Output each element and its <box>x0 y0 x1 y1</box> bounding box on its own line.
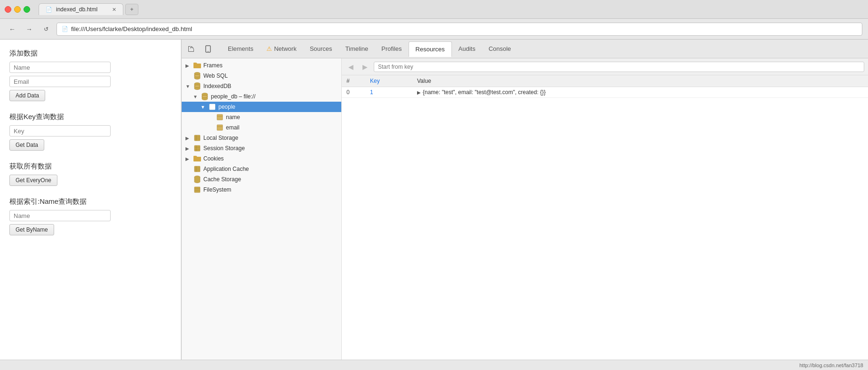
get-by-name-section: 根据索引:Name查询数据 Get ByName <box>9 197 171 235</box>
tree-label: Cache Storage <box>203 176 338 183</box>
title-bar: 📄 indexed_db.html ✕ + <box>0 0 868 19</box>
tree-label: name <box>226 114 338 121</box>
tree-item-indexeddb[interactable]: ▼ IndexedDB <box>182 81 341 91</box>
tree-item-email-index[interactable]: email <box>182 122 341 133</box>
devtools-body: ▶ Frames Web SQL <box>182 58 868 360</box>
maximize-button[interactable] <box>24 6 30 13</box>
get-everyone-button[interactable]: Get EveryOne <box>9 175 57 186</box>
svg-rect-16 <box>194 135 200 141</box>
column-header-key: Key <box>365 75 412 87</box>
tree-label: FileSystem <box>203 186 338 193</box>
tab-sources[interactable]: Sources <box>303 41 339 56</box>
tab-bar: 📄 indexed_db.html ✕ + <box>39 3 863 15</box>
svg-point-7 <box>202 96 208 98</box>
tree-item-people[interactable]: ▼ people <box>182 102 341 112</box>
get-by-name-title: 根据索引:Name查询数据 <box>9 197 171 206</box>
tab-resources[interactable]: Resources <box>409 41 452 57</box>
index-icon <box>216 124 224 131</box>
tab-audits[interactable]: Audits <box>452 41 482 56</box>
name-search-input[interactable] <box>9 210 111 221</box>
get-data-button[interactable]: Get Data <box>9 139 44 151</box>
db-icon <box>193 82 201 90</box>
tab-console[interactable]: Console <box>482 41 518 56</box>
forward-toolbar-button[interactable]: ▶ <box>360 62 370 72</box>
data-toolbar: ◀ ▶ <box>342 58 868 75</box>
tree-label: Local Storage <box>203 135 338 141</box>
tree-item-cache-storage[interactable]: Cache Storage <box>182 174 341 185</box>
start-from-key-input[interactable] <box>374 62 864 72</box>
table-icon <box>208 103 217 111</box>
main-area: 添加数据 Add Data 根据Key查询数据 Get Data 获取所有数据 … <box>0 40 868 360</box>
arrow-icon <box>185 187 193 193</box>
tree-item-cookies[interactable]: ▶ Cookies <box>182 153 341 164</box>
back-button[interactable]: ← <box>6 23 19 36</box>
db-icon <box>193 145 201 152</box>
tab-close-button[interactable]: ✕ <box>112 7 116 13</box>
tree-item-websql[interactable]: Web SQL <box>182 71 341 81</box>
tree-item-application-cache[interactable]: Application Cache <box>182 164 341 174</box>
svg-rect-14 <box>217 125 223 130</box>
minimize-button[interactable] <box>14 6 21 13</box>
svg-point-3 <box>194 75 200 77</box>
svg-point-5 <box>194 85 200 88</box>
mobile-icon[interactable] <box>202 43 214 55</box>
sidebar-tree: ▶ Frames Web SQL <box>182 58 342 360</box>
tree-item-session-storage[interactable]: ▶ Session Storage <box>182 143 341 153</box>
folder-icon <box>193 62 201 69</box>
tree-label: email <box>226 124 338 131</box>
get-by-name-button[interactable]: Get ByName <box>9 224 54 235</box>
add-data-section: 添加数据 Add Data <box>9 49 171 101</box>
db-icon <box>193 165 201 173</box>
browser-window: 📄 indexed_db.html ✕ + ← → ↺ 📄 file:///Us… <box>0 0 868 370</box>
add-data-title: 添加数据 <box>9 49 171 58</box>
tree-item-filesystem[interactable]: FileSystem <box>182 185 341 195</box>
column-header-value: Value <box>412 75 868 87</box>
tree-label: Cookies <box>203 155 338 162</box>
back-toolbar-button[interactable]: ◀ <box>346 62 356 72</box>
arrow-icon: ▶ <box>185 63 193 68</box>
tab-timeline[interactable]: Timeline <box>339 41 375 56</box>
name-input[interactable] <box>9 62 111 73</box>
tab-page-icon: 📄 <box>46 7 52 13</box>
new-tab-button[interactable]: + <box>125 4 138 15</box>
arrow-icon <box>185 167 193 172</box>
column-header-num: # <box>342 75 365 87</box>
close-button[interactable] <box>5 6 11 13</box>
svg-rect-24 <box>194 166 200 172</box>
status-bar: http://blog.csdn.net/fan3718 <box>0 360 868 370</box>
index-icon <box>216 113 224 121</box>
arrow-icon <box>185 73 193 79</box>
add-data-button[interactable]: Add Data <box>9 90 45 101</box>
data-panel: ◀ ▶ # Key Value <box>342 58 868 360</box>
cell-key: 1 <box>365 87 412 98</box>
active-tab[interactable]: 📄 indexed_db.html ✕ <box>39 3 123 15</box>
arrow-icon <box>185 177 193 182</box>
email-input[interactable] <box>9 76 111 87</box>
cell-num: 0 <box>342 87 365 98</box>
arrow-icon: ▶ <box>185 156 193 161</box>
tab-elements[interactable]: Elements <box>221 41 260 56</box>
get-by-key-title: 根据Key查询数据 <box>9 113 171 121</box>
db-icon <box>201 93 209 100</box>
arrow-icon: ▶ <box>185 146 193 151</box>
get-all-title: 获取所有数据 <box>9 162 171 171</box>
inspect-element-icon[interactable] <box>185 43 197 55</box>
tree-item-people-db[interactable]: ▼ people_db – file:// <box>182 91 341 102</box>
tab-network[interactable]: ⚠Network <box>260 41 303 56</box>
tree-label: Web SQL <box>203 72 338 79</box>
tree-item-name-index[interactable]: name <box>182 112 341 122</box>
lock-icon: 📄 <box>62 26 68 32</box>
db-icon <box>193 134 201 142</box>
arrow-icon: ▼ <box>185 84 193 89</box>
address-bar[interactable]: 📄 file:///Users/fclarke/Desktop/indexed_… <box>56 23 862 36</box>
tree-item-local-storage[interactable]: ▶ Local Storage <box>182 133 341 143</box>
tab-profiles[interactable]: Profiles <box>375 41 408 56</box>
key-input[interactable] <box>9 125 111 137</box>
svg-rect-12 <box>217 114 223 120</box>
tree-item-frames[interactable]: ▶ Frames <box>182 60 341 71</box>
arrow-icon: ▼ <box>201 105 208 110</box>
forward-button[interactable]: → <box>23 23 36 36</box>
refresh-button[interactable]: ↺ <box>40 23 53 36</box>
table-row[interactable]: 0 1 ▶{name: "test", email: "test@test.co… <box>342 87 868 98</box>
tree-label: Application Cache <box>203 166 338 172</box>
